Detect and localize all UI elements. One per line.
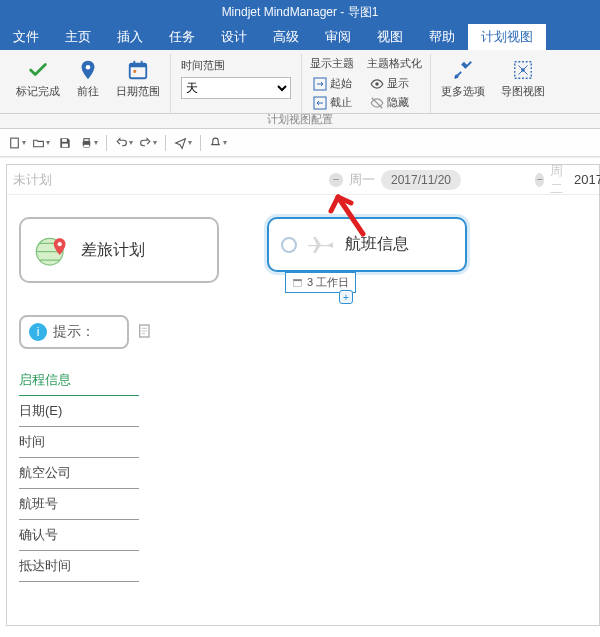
svg-rect-5	[133, 70, 136, 73]
ribbon-tabs: 文件 主页 插入 任务 设计 高级 审阅 视图 帮助 计划视图	[0, 24, 600, 50]
ribbon-group-label: 计划视图配置	[267, 112, 333, 127]
separator	[106, 135, 107, 151]
card-title: 差旅计划	[81, 240, 145, 261]
svg-rect-15	[62, 143, 68, 147]
day2-name: 周二	[550, 162, 568, 198]
goto-label: 前往	[77, 84, 99, 99]
goto-button[interactable]: 前往	[72, 56, 104, 101]
day2-date: 2017/11/21	[574, 172, 600, 187]
column-day2[interactable]: − 周二 2017/11/21	[535, 165, 600, 194]
cutoff-button[interactable]: 截止	[310, 94, 355, 111]
hide-button[interactable]: 隐藏	[367, 94, 422, 111]
svg-rect-2	[130, 64, 147, 68]
undo-button[interactable]: ▾	[115, 134, 133, 152]
open-button[interactable]: ▾	[32, 134, 50, 152]
tab-advanced[interactable]: 高级	[260, 24, 312, 50]
redo-button[interactable]: ▾	[139, 134, 157, 152]
outline-item[interactable]: 时间	[19, 427, 139, 458]
outline-item[interactable]: 航空公司	[19, 458, 139, 489]
outline-item[interactable]: 启程信息	[19, 365, 139, 396]
more-options-button[interactable]: 更多选项	[437, 56, 489, 101]
more-options-label: 更多选项	[441, 84, 485, 99]
plane-icon	[305, 233, 337, 257]
svg-point-20	[58, 242, 62, 246]
svg-rect-3	[133, 61, 135, 66]
note-icon[interactable]	[137, 323, 153, 339]
calendar-small-icon	[292, 277, 303, 288]
print-button[interactable]: ▾	[80, 134, 98, 152]
map-view-button[interactable]: 导图视图	[497, 56, 549, 101]
date-range-label: 日期范围	[116, 84, 160, 99]
show-button[interactable]: 显示	[367, 75, 422, 92]
info-icon: i	[29, 323, 47, 341]
separator	[200, 135, 201, 151]
outline-item[interactable]: 抵达时间	[19, 551, 139, 582]
quick-access-toolbar: ▾ ▾ ▾ ▾ ▾ ▾ ▾	[0, 129, 600, 157]
eye-off-icon	[370, 96, 384, 110]
progress-circle-icon	[281, 237, 297, 253]
card-travel-plan[interactable]: 差旅计划	[19, 217, 219, 283]
card-tip[interactable]: i 提示：	[19, 315, 129, 349]
plan-canvas: 未计划 − 周一 2017/11/20 − 周二 2017/11/21	[0, 157, 600, 626]
title-bar: Mindjet MindManager - 导图1	[0, 0, 600, 24]
calendar-icon	[126, 58, 150, 82]
eye-icon	[370, 77, 384, 91]
tab-home[interactable]: 主页	[52, 24, 104, 50]
tab-design[interactable]: 设计	[208, 24, 260, 50]
tab-file[interactable]: 文件	[0, 24, 52, 50]
tab-insert[interactable]: 插入	[104, 24, 156, 50]
bell-button[interactable]: ▾	[209, 134, 227, 152]
date-range-button[interactable]: 日期范围	[112, 56, 164, 101]
ribbon: 标记完成 前往 日期范围 时间范围 天	[0, 50, 600, 129]
svg-rect-14	[62, 138, 67, 141]
svg-point-0	[86, 65, 91, 70]
card-title: 航班信息	[345, 234, 409, 255]
column-headers: 未计划 − 周一 2017/11/20 − 周二 2017/11/21	[7, 165, 599, 195]
card-flight-info[interactable]: 航班信息	[267, 217, 467, 272]
show-topic-header: 显示主题	[310, 56, 355, 71]
mark-done-label: 标记完成	[16, 84, 60, 99]
map-view-icon	[511, 58, 535, 82]
cutoff-icon	[313, 96, 327, 110]
svg-rect-22	[293, 279, 301, 281]
mark-done-button[interactable]: 标记完成	[12, 56, 64, 101]
day1-date: 2017/11/20	[381, 170, 461, 190]
outline-item[interactable]: 日期(E)	[19, 396, 139, 427]
globe-pin-icon	[33, 230, 73, 270]
day1-name: 周一	[349, 171, 375, 189]
outline-list: 启程信息 日期(E) 时间 航空公司 航班号 确认号 抵达时间	[19, 365, 139, 582]
topic-format-header: 主题格式化	[367, 56, 422, 71]
tab-review[interactable]: 审阅	[312, 24, 364, 50]
tab-view[interactable]: 视图	[364, 24, 416, 50]
check-icon	[26, 58, 50, 82]
svg-point-10	[455, 75, 459, 79]
start-button[interactable]: 起始	[310, 75, 355, 92]
save-button[interactable]	[56, 134, 74, 152]
add-child-button[interactable]: +	[339, 290, 353, 304]
outline-item[interactable]: 航班号	[19, 489, 139, 520]
outline-item[interactable]: 确认号	[19, 520, 139, 551]
column-day1[interactable]: − 周一 2017/11/20	[255, 165, 535, 194]
send-button[interactable]: ▾	[174, 134, 192, 152]
tab-task[interactable]: 任务	[156, 24, 208, 50]
tab-plan-view[interactable]: 计划视图	[468, 24, 546, 50]
tab-help[interactable]: 帮助	[416, 24, 468, 50]
svg-rect-13	[11, 138, 19, 148]
time-range-select[interactable]: 天	[181, 77, 291, 99]
pin-icon	[76, 58, 100, 82]
collapse-icon[interactable]: −	[329, 173, 343, 187]
column-unplanned: 未计划	[7, 165, 255, 194]
time-range-label: 时间范围	[181, 58, 291, 73]
start-icon	[313, 77, 327, 91]
svg-point-8	[375, 82, 379, 86]
tip-label: 提示：	[53, 323, 95, 341]
separator	[165, 135, 166, 151]
new-doc-button[interactable]: ▾	[8, 134, 26, 152]
window-title: Mindjet MindManager - 导图1	[222, 4, 379, 21]
map-view-label: 导图视图	[501, 84, 545, 99]
svg-rect-17	[84, 138, 89, 141]
tools-icon	[451, 58, 475, 82]
collapse-icon[interactable]: −	[535, 173, 544, 187]
svg-rect-18	[84, 144, 89, 147]
svg-rect-4	[141, 61, 143, 66]
